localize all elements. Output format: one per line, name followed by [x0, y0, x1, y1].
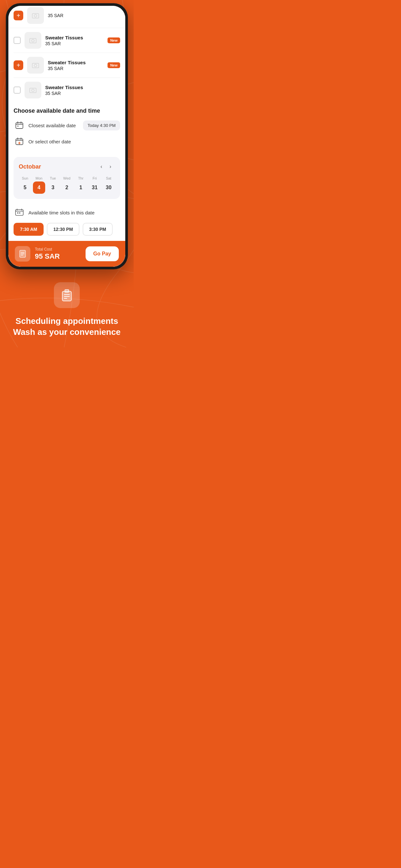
svg-rect-28 [19, 213, 20, 213]
time-section: Available time slots in this date 7:30 A… [8, 204, 125, 241]
checkbox-3[interactable] [13, 87, 21, 94]
time-slot-button[interactable]: 12:30 PM [47, 223, 80, 236]
svg-point-9 [32, 39, 34, 42]
calendar-day-cell: Tue3 [47, 176, 59, 194]
day-number[interactable]: 1 [74, 182, 87, 194]
product-name-3: Sweater Tissues [45, 85, 120, 90]
svg-rect-12 [30, 88, 36, 93]
promo-line2: Wash as your convenience [13, 327, 121, 338]
day-number[interactable]: 4 [33, 182, 45, 194]
day-number[interactable]: 3 [47, 182, 59, 194]
promo-icon [54, 282, 80, 308]
time-label: Available time slots in this date [28, 210, 95, 215]
product-price-3: 35 SAR [45, 91, 120, 96]
calendar-day-cell: Thr1 [74, 176, 87, 194]
cost-info: Total Cost 95 SAR [35, 247, 86, 260]
day-number[interactable]: 2 [61, 182, 73, 194]
calendar-container: Octobar ‹ › Sun5Mon4Tue3Wed2Thr1Fri31Sat… [13, 157, 120, 199]
closest-date-option: Closest available date Today 4:30 PM [13, 120, 120, 131]
calendar-prev-button[interactable]: ‹ [97, 162, 106, 171]
svg-rect-8 [30, 38, 36, 43]
day-number[interactable]: 30 [102, 182, 115, 194]
svg-rect-36 [65, 290, 69, 292]
svg-rect-10 [32, 63, 39, 68]
promo-line1: Scheduling appointments [13, 316, 121, 327]
product-image-0 [27, 7, 44, 24]
calendar-icon [13, 120, 25, 131]
svg-rect-18 [18, 126, 19, 127]
phone-screen: + 35 SAR [8, 6, 125, 267]
go-pay-button[interactable]: Go Pay [86, 246, 119, 261]
calendar-month: Octobar [19, 163, 97, 170]
product-price-2: 35 SAR [48, 66, 107, 71]
date-section: Choose available date and time [8, 102, 125, 154]
product-price-1: 35 SAR [45, 41, 107, 46]
checkbox-1[interactable] [13, 37, 21, 44]
bottom-bar: Total Cost 95 SAR Go Pay [8, 241, 125, 267]
add-button-0[interactable]: + [13, 11, 23, 20]
product-image-2 [27, 57, 44, 73]
bill-icon [15, 246, 30, 261]
day-name: Sun [22, 176, 28, 180]
day-name: Sat [106, 176, 112, 180]
product-image-1 [25, 32, 41, 49]
day-name: Thr [78, 176, 84, 180]
day-name: Wed [63, 176, 70, 180]
calendar-next-button[interactable]: › [106, 162, 115, 171]
calendar-day-cell: Wed2 [60, 176, 73, 194]
calendar-day-cell: Sun5 [19, 176, 31, 194]
product-image-3 [25, 82, 41, 98]
day-number[interactable]: 5 [19, 182, 31, 194]
time-label-row: Available time slots in this date [13, 207, 120, 218]
select-other-date-label: Or select other date [28, 139, 120, 144]
calendar-day-cell: Fri31 [89, 176, 101, 194]
svg-point-7 [34, 14, 37, 17]
svg-rect-27 [17, 213, 19, 213]
product-item-partial: + 35 SAR [8, 6, 125, 28]
add-button-2[interactable]: + [13, 60, 23, 70]
product-info-0: 35 SAR [48, 13, 120, 18]
plus-icon-2: + [17, 62, 20, 69]
phone-frame: + 35 SAR [6, 3, 128, 269]
phone-wrapper: + 35 SAR [0, 0, 134, 269]
time-slot-button[interactable]: 7:30 AM [13, 223, 43, 236]
list-item: Sweater Tissues 35 SAR [13, 78, 120, 102]
new-badge-2: New [107, 62, 120, 68]
calendar-day-cell: Sat30 [102, 176, 115, 194]
day-name: Tue [50, 176, 56, 180]
closest-date-label: Closest available date [28, 123, 83, 128]
promo-section: Scheduling appointments Wash as your con… [0, 269, 134, 347]
closest-date-value-button[interactable]: Today 4:30 PM [83, 120, 120, 130]
date-section-title: Choose available date and time [13, 107, 120, 114]
product-price-0: 35 SAR [48, 13, 120, 18]
svg-rect-6 [32, 13, 39, 18]
time-slot-button[interactable]: 3:30 PM [83, 223, 113, 236]
day-number[interactable]: 31 [89, 182, 101, 194]
calendar-day-cell: Mon4 [33, 176, 45, 194]
calendar-header: Octobar ‹ › [19, 162, 115, 171]
calendar-days: Sun5Mon4Tue3Wed2Thr1Fri31Sat30 [19, 176, 115, 194]
product-info-2: Sweater Tissues 35 SAR [48, 60, 107, 71]
list-item: Sweater Tissues 35 SAR New [13, 28, 120, 53]
svg-point-11 [34, 64, 37, 67]
time-icon [13, 207, 25, 218]
product-info-1: Sweater Tissues 35 SAR [45, 35, 107, 46]
day-name: Fri [93, 176, 97, 180]
day-name: Mon [35, 176, 42, 180]
product-info-3: Sweater Tissues 35 SAR [45, 85, 120, 96]
plus-icon-0: + [17, 12, 20, 20]
product-name-2: Sweater Tissues [48, 60, 107, 65]
promo-text: Scheduling appointments Wash as your con… [13, 316, 121, 338]
screen-content: + 35 SAR [8, 6, 125, 267]
product-name-1: Sweater Tissues [45, 35, 107, 40]
calendar-add-icon [13, 135, 25, 147]
cost-amount: 95 SAR [35, 252, 86, 260]
svg-point-13 [32, 89, 34, 92]
svg-rect-14 [16, 123, 23, 128]
list-item: + Sweater Tissues 35 SAR [13, 53, 120, 78]
time-slots-container: 7:30 AM12:30 PM3:30 PM [13, 223, 120, 236]
product-list: Sweater Tissues 35 SAR New + [8, 28, 125, 102]
new-badge-1: New [107, 37, 120, 43]
select-other-date-option: Or select other date [13, 135, 120, 147]
cost-label: Total Cost [35, 247, 86, 252]
